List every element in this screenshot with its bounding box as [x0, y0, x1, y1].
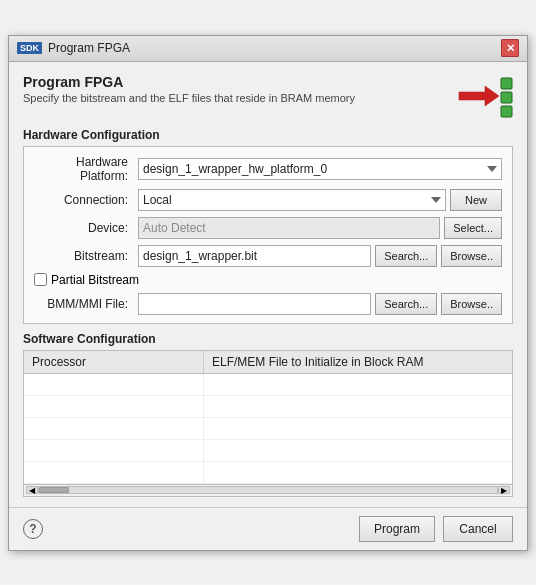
table-row [24, 418, 512, 440]
elf-cell [204, 374, 512, 395]
connection-label: Connection: [34, 193, 134, 207]
cancel-button[interactable]: Cancel [443, 516, 513, 542]
bmm-input[interactable] [138, 293, 371, 315]
elf-cell [204, 462, 512, 483]
dialog-content: Program FPGA Specify the bitstream and t… [9, 62, 527, 507]
bmm-label: BMM/MMI File: [34, 297, 134, 311]
bitstream-browse-button[interactable]: Browse.. [441, 245, 502, 267]
svg-marker-0 [459, 86, 499, 106]
new-button[interactable]: New [450, 189, 502, 211]
table-row [24, 374, 512, 396]
program-fpga-dialog: SDK Program FPGA ✕ Program FPGA Specify … [8, 35, 528, 551]
partial-bitstream-checkbox[interactable] [34, 273, 47, 286]
platform-select[interactable]: design_1_wrapper_hw_platform_0 [138, 158, 502, 180]
elf-cell [204, 396, 512, 417]
hardware-configuration-section: Hardware Configuration Hardware Platform… [23, 128, 513, 324]
hardware-section-title: Hardware Configuration [23, 128, 513, 142]
scrollbar-thumb[interactable] [39, 487, 69, 493]
svg-rect-3 [501, 106, 512, 117]
processor-cell [24, 418, 204, 439]
title-bar: SDK Program FPGA ✕ [9, 36, 527, 62]
software-configuration-section: Software Configuration Processor ELF/MEM… [23, 332, 513, 497]
software-section-title: Software Configuration [23, 332, 513, 346]
table-row [24, 462, 512, 484]
bitstream-label: Bitstream: [34, 249, 134, 263]
processor-column-header: Processor [24, 351, 204, 373]
connection-row: Connection: Local New [34, 189, 502, 211]
scroll-right-arrow[interactable]: ▶ [498, 486, 510, 494]
svg-rect-1 [501, 78, 512, 89]
bmm-browse-button[interactable]: Browse.. [441, 293, 502, 315]
device-input [138, 217, 440, 239]
select-button[interactable]: Select... [444, 217, 502, 239]
svg-rect-2 [501, 92, 512, 103]
bitstream-input[interactable] [138, 245, 371, 267]
bitstream-search-button[interactable]: Search... [375, 245, 437, 267]
table-body [24, 374, 512, 484]
elf-column-header: ELF/MEM File to Initialize in Block RAM [204, 351, 512, 373]
connection-select[interactable]: Local [138, 189, 446, 211]
header-row: Program FPGA Specify the bitstream and t… [23, 74, 513, 120]
help-button[interactable]: ? [23, 519, 43, 539]
bmm-search-button[interactable]: Search... [375, 293, 437, 315]
platform-label: Hardware Platform: [34, 155, 134, 183]
bitstream-row: Bitstream: Search... Browse.. [34, 245, 502, 267]
processor-cell [24, 374, 204, 395]
hardware-section-box: Hardware Platform: design_1_wrapper_hw_p… [23, 146, 513, 324]
dialog-title: Program FPGA [48, 41, 130, 55]
device-label: Device: [34, 221, 134, 235]
scrollbar-track[interactable] [38, 486, 498, 494]
fpga-diagram-icon [457, 74, 513, 120]
page-title: Program FPGA [23, 74, 355, 90]
bmm-row: BMM/MMI File: Search... Browse.. [34, 293, 502, 315]
device-row: Device: Select... [34, 217, 502, 239]
elf-cell [204, 440, 512, 461]
dialog-footer: ? Program Cancel [9, 507, 527, 550]
elf-cell [204, 418, 512, 439]
software-table: Processor ELF/MEM File to Initialize in … [23, 350, 513, 485]
scroll-left-arrow[interactable]: ◀ [26, 486, 38, 494]
program-button[interactable]: Program [359, 516, 435, 542]
close-button[interactable]: ✕ [501, 39, 519, 57]
table-row [24, 396, 512, 418]
fpga-icon-container [457, 74, 513, 120]
table-header: Processor ELF/MEM File to Initialize in … [24, 351, 512, 374]
processor-cell [24, 462, 204, 483]
table-row [24, 440, 512, 462]
processor-cell [24, 396, 204, 417]
platform-row: Hardware Platform: design_1_wrapper_hw_p… [34, 155, 502, 183]
sdk-badge: SDK [17, 42, 42, 54]
partial-bitstream-row: Partial Bitstream [34, 273, 502, 287]
processor-cell [24, 440, 204, 461]
horizontal-scrollbar[interactable]: ◀ ▶ [23, 485, 513, 497]
partial-bitstream-label: Partial Bitstream [51, 273, 139, 287]
page-description: Specify the bitstream and the ELF files … [23, 92, 355, 104]
